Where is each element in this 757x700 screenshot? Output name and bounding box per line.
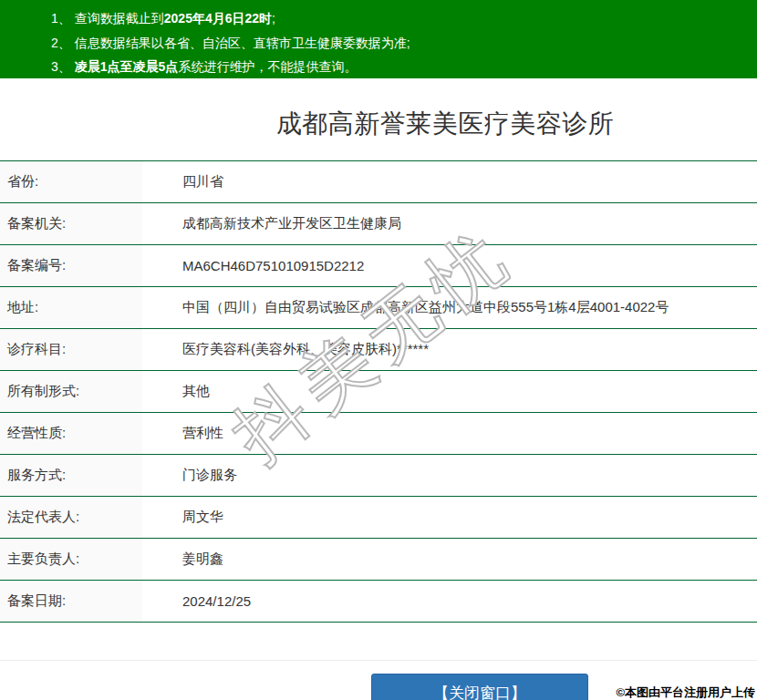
table-row: 备案编号:MA6CH46D751010915D2212 [0,244,757,286]
field-value: 成都高新技术产业开发区卫生健康局 [142,203,757,244]
page-title: 成都高新誉莱美医疗美容诊所 [67,91,757,157]
field-label: 备案编号: [0,245,142,286]
field-label: 主要负责人: [0,539,142,580]
field-value: 门诊服务 [142,455,757,496]
field-value: 四川省 [142,161,757,202]
field-label: 备案机关: [0,203,142,244]
table-row: 经营性质:营利性 [0,412,757,454]
record-table: 省份:四川省备案机关:成都高新技术产业开发区卫生健康局备案编号:MA6CH46D… [0,160,757,623]
notice-number: 3、 [51,59,71,74]
notice-text: 凌晨1点至凌晨5点 [75,59,179,74]
table-row: 备案机关:成都高新技术产业开发区卫生健康局 [0,202,757,244]
attribution-text: ©本图由平台注册用户上传 [616,685,755,700]
footer-divider [0,660,757,661]
notice-list: 1、查询数据截止到2025年4月6日22时;2、信息数据结果以各省、自治区、直辖… [51,6,757,79]
notice-line: 1、查询数据截止到2025年4月6日22时; [51,6,757,31]
field-label: 诊疗科目: [0,329,142,370]
field-value: 营利性 [142,413,757,454]
field-value: 其他 [142,371,757,412]
notice-text: 信息数据结果以各省、自治区、直辖市卫生健康委数据为准; [75,36,410,50]
close-window-button[interactable]: 【关闭窗口】 [371,674,588,700]
table-row: 地址:中国（四川）自由贸易试验区成都高新区益州大道中段555号1栋4层4001-… [0,286,757,328]
field-label: 备案日期: [0,581,142,622]
table-row: 服务方式:门诊服务 [0,454,757,496]
field-value: 周文华 [142,497,757,538]
notice-text: 查询数据截止到 [75,11,164,26]
notice-number: 1、 [51,11,71,26]
field-label: 经营性质: [0,413,142,454]
table-row: 主要负责人:姜明鑫 [0,538,757,580]
field-label: 服务方式: [0,455,142,496]
table-row: 备案日期:2024/12/25 [0,580,757,623]
table-row: 省份:四川省 [0,160,757,202]
table-row: 诊疗科目:医疗美容科(美容外科、美容皮肤科)****** [0,328,757,370]
field-value: 医疗美容科(美容外科、美容皮肤科)****** [142,329,757,370]
field-value: MA6CH46D751010915D2212 [142,245,757,286]
field-value: 2024/12/25 [142,581,757,622]
notice-text: 2025年4月6日22时 [164,11,272,26]
field-value: 姜明鑫 [142,539,757,580]
field-value: 中国（四川）自由贸易试验区成都高新区益州大道中段555号1栋4层4001-402… [142,287,757,328]
table-row: 所有制形式:其他 [0,370,757,412]
field-label: 省份: [0,161,142,202]
notice-line: 2、信息数据结果以各省、自治区、直辖市卫生健康委数据为准; [51,31,757,56]
notice-number: 2、 [51,36,71,50]
notice-text: ; [272,11,275,26]
notice-bar: 1、查询数据截止到2025年4月6日22时;2、信息数据结果以各省、自治区、直辖… [0,0,757,78]
table-row: 法定代表人:周文华 [0,496,757,538]
field-label: 法定代表人: [0,497,142,538]
field-label: 所有制形式: [0,371,142,412]
notice-line: 3、凌晨1点至凌晨5点系统进行维护，不能提供查询。 [51,55,757,79]
field-label: 地址: [0,287,142,328]
notice-text: 系统进行维护，不能提供查询。 [178,59,357,74]
